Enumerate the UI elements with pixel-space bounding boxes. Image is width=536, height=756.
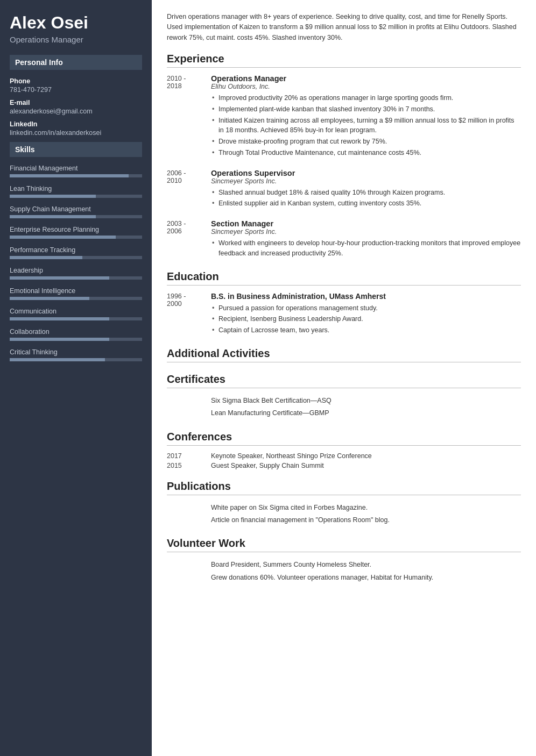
skill-item: Lean Thinking (10, 185, 142, 198)
skill-bar-fill (10, 236, 116, 239)
entry-dates: 2003 -2006 (167, 219, 211, 260)
bullet-item: Enlisted supplier aid in Kanban system, … (211, 198, 521, 209)
skill-bar (10, 236, 142, 239)
skill-name: Critical Thinking (10, 348, 142, 356)
additional-activities-section: Additional Activities (167, 347, 521, 362)
publication-item: Article on financial management in "Oper… (167, 514, 521, 526)
education-heading: Education (167, 270, 521, 286)
skill-bar-fill (10, 174, 129, 177)
skill-bar-fill (10, 276, 109, 280)
bullet-item: Recipient, Isenberg Business Leadership … (211, 314, 521, 324)
edu-dates: 1996 -2000 (167, 292, 211, 337)
certificate-item: Six Sigma Black Belt Certification—ASQ (167, 395, 521, 407)
skill-name: Financial Management (10, 165, 142, 172)
edu-bullets: Pursued a passion for operations managem… (211, 303, 521, 336)
skill-item: Performance Tracking (10, 246, 142, 259)
entry-content: Section Manager Sincmeyer Sports Inc. Wo… (211, 219, 521, 260)
experience-heading: Experience (167, 53, 521, 68)
skill-item: Enterprise Resource Planning (10, 226, 142, 239)
education-entries: 1996 -2000 B.S. in Business Administrati… (167, 292, 521, 337)
entry-dates: 2010 -2018 (167, 74, 211, 159)
volunteer-item: Grew donations 60%. Volunteer operations… (167, 572, 521, 584)
conference-entry: 2015 Guest Speaker, Supply Chain Summit (167, 462, 521, 469)
experience-entry: 2006 -2010 Operations Supervisor Sincmey… (167, 169, 521, 210)
job-title: Operations Manager (211, 74, 521, 83)
skill-bar-fill (10, 195, 96, 198)
skill-bar (10, 317, 142, 320)
vol-items: Board President, Summers County Homeless… (167, 559, 521, 584)
conf-year: 2017 (167, 452, 211, 460)
publication-item: White paper on Six Sigma cited in Forbes… (167, 502, 521, 514)
conf-year: 2015 (167, 462, 211, 469)
skill-bar-fill (10, 358, 105, 361)
skill-name: Enterprise Resource Planning (10, 226, 142, 233)
skill-name: Leadership (10, 267, 142, 274)
volunteer-section: Volunteer Work Board President, Summers … (167, 537, 521, 584)
skill-bar (10, 297, 142, 300)
skills-list: Financial Management Lean Thinking Suppl… (10, 165, 142, 361)
conference-entry: 2017 Keynote Speaker, Northeast Shingo P… (167, 452, 521, 460)
skill-name: Collaboration (10, 328, 142, 336)
skill-name: Lean Thinking (10, 185, 142, 192)
bullet-list: Worked with engineers to develop hour-by… (211, 238, 521, 259)
publications-section: Publications White paper on Six Sigma ci… (167, 480, 521, 527)
skill-item: Leadership (10, 267, 142, 280)
education-section: Education 1996 -2000 B.S. in Business Ad… (167, 270, 521, 337)
bullet-item: Initiated Kaizen training across all emp… (211, 116, 521, 136)
skill-bar-fill (10, 215, 96, 218)
personal-info-heading: Personal Info (10, 55, 142, 70)
experience-entry: 2010 -2018 Operations Manager Elihu Outd… (167, 74, 521, 159)
linkedin-label: LinkedIn (10, 120, 142, 128)
main-content: Driven operations manager with 8+ years … (152, 0, 536, 756)
skill-item: Critical Thinking (10, 348, 142, 361)
candidate-name: Alex Osei (10, 13, 142, 33)
experience-section: Experience 2010 -2018 Operations Manager… (167, 53, 521, 260)
conf-description: Guest Speaker, Supply Chain Summit (211, 462, 324, 469)
skill-bar (10, 256, 142, 259)
job-title: Operations Supervisor (211, 169, 521, 177)
volunteer-heading: Volunteer Work (167, 537, 521, 552)
experience-entries: 2010 -2018 Operations Manager Elihu Outd… (167, 74, 521, 260)
linkedin-value: linkedin.com/in/alexanderkosei (10, 129, 142, 137)
skill-item: Emotional Intelligence (10, 287, 142, 300)
edu-degree: B.S. in Business Administration, UMass A… (211, 292, 521, 301)
sidebar: Alex Osei Operations Manager Personal In… (0, 0, 152, 756)
edu-content: B.S. in Business Administration, UMass A… (211, 292, 521, 337)
conferences-section: Conferences 2017 Keynote Speaker, Northe… (167, 431, 521, 469)
skill-bar (10, 215, 142, 218)
education-entry: 1996 -2000 B.S. in Business Administrati… (167, 292, 521, 337)
skill-name: Performance Tracking (10, 246, 142, 254)
company-name: Sincmeyer Sports Inc. (211, 228, 521, 236)
publications-heading: Publications (167, 480, 521, 495)
pub-items: White paper on Six Sigma cited in Forbes… (167, 502, 521, 527)
bullet-item: Pursued a passion for operations managem… (211, 303, 521, 313)
company-name: Elihu Outdoors, Inc. (211, 83, 521, 90)
additional-activities-heading: Additional Activities (167, 347, 521, 362)
skill-name: Communication (10, 308, 142, 315)
conferences-heading: Conferences (167, 431, 521, 446)
volunteer-item: Board President, Summers County Homeless… (167, 559, 521, 571)
entry-content: Operations Supervisor Sincmeyer Sports I… (211, 169, 521, 210)
certificates-heading: Certificates (167, 373, 521, 388)
skill-name: Emotional Intelligence (10, 287, 142, 295)
bullet-item: Through Total Productive Maintenance, cu… (211, 148, 521, 158)
skill-item: Collaboration (10, 328, 142, 341)
conf-entries: 2017 Keynote Speaker, Northeast Shingo P… (167, 452, 521, 469)
skill-bar (10, 174, 142, 177)
skill-bar (10, 338, 142, 341)
skill-item: Financial Management (10, 165, 142, 177)
bullet-list: Slashed annual budget 18% & raised quali… (211, 188, 521, 209)
bullet-item: Improved productivity 20% as operations … (211, 93, 521, 103)
entry-content: Operations Manager Elihu Outdoors, Inc. … (211, 74, 521, 159)
skill-bar (10, 195, 142, 198)
skill-bar (10, 358, 142, 361)
company-name: Sincmeyer Sports Inc. (211, 177, 521, 185)
bullet-item: Implemented plant-wide kanban that slash… (211, 104, 521, 115)
bullet-item: Drove mistake-proofing program that cut … (211, 137, 521, 147)
bullet-list: Improved productivity 20% as operations … (211, 93, 521, 158)
skill-bar-fill (10, 256, 82, 259)
skill-bar-fill (10, 297, 89, 300)
bullet-item: Slashed annual budget 18% & raised quali… (211, 188, 521, 198)
bullet-item: Captain of Lacrosse team, two years. (211, 325, 521, 336)
skill-item: Supply Chain Management (10, 205, 142, 218)
